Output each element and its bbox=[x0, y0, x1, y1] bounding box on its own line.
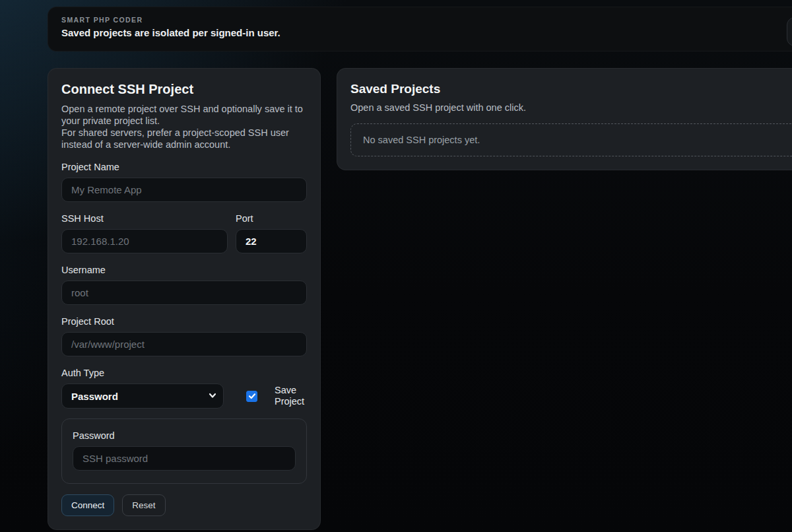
save-project-checkbox[interactable] bbox=[246, 391, 257, 402]
ssh-host-input[interactable] bbox=[61, 229, 228, 253]
password-fieldset: Password bbox=[61, 418, 307, 484]
port-input[interactable] bbox=[236, 229, 307, 253]
header-action-button[interactable] bbox=[787, 17, 792, 46]
password-input[interactable] bbox=[73, 446, 296, 471]
main-content: Connect SSH Project Open a remote projec… bbox=[48, 68, 792, 530]
connect-button[interactable]: Connect bbox=[61, 494, 114, 516]
project-root-label: Project Root bbox=[61, 316, 307, 327]
app-kicker: SMART PHP CODER bbox=[61, 16, 792, 24]
saved-projects-subtitle: Open a saved SSH project with one click. bbox=[350, 102, 792, 113]
username-input[interactable] bbox=[61, 281, 307, 305]
save-project-label: Save Project bbox=[275, 385, 313, 407]
connect-ssh-card: Connect SSH Project Open a remote projec… bbox=[48, 68, 321, 530]
reset-button[interactable]: Reset bbox=[122, 494, 165, 516]
connect-desc-line-1: Open a remote project over SSH and optio… bbox=[61, 103, 307, 127]
connect-card-description: Open a remote project over SSH and optio… bbox=[61, 103, 307, 150]
saved-projects-empty-state: No saved SSH projects yet. bbox=[350, 123, 792, 156]
save-project-group: Save Project bbox=[246, 385, 313, 407]
project-name-input[interactable] bbox=[61, 178, 307, 202]
auth-type-label: Auth Type bbox=[61, 368, 307, 378]
port-label: Port bbox=[236, 213, 307, 224]
host-port-row: SSH Host Port bbox=[61, 202, 307, 253]
saved-projects-title: Saved Projects bbox=[350, 82, 792, 96]
checkmark-icon bbox=[248, 392, 256, 400]
form-actions: Connect Reset bbox=[61, 494, 307, 516]
username-label: Username bbox=[61, 265, 307, 275]
connect-desc-line-2: For shared servers, prefer a project-sco… bbox=[61, 127, 307, 150]
top-banner: SMART PHP CODER Saved projects are isola… bbox=[48, 7, 792, 51]
project-root-input[interactable] bbox=[61, 332, 307, 356]
auth-type-select[interactable]: Password bbox=[61, 383, 224, 409]
banner-headline: Saved projects are isolated per signed-i… bbox=[61, 27, 792, 38]
project-name-label: Project Name bbox=[61, 162, 307, 172]
connect-card-title: Connect SSH Project bbox=[61, 82, 307, 97]
ssh-host-label: SSH Host bbox=[61, 213, 228, 224]
auth-row: Password Save Project bbox=[61, 383, 307, 409]
saved-projects-card: Saved Projects Open a saved SSH project … bbox=[337, 68, 792, 170]
password-label: Password bbox=[73, 430, 296, 441]
